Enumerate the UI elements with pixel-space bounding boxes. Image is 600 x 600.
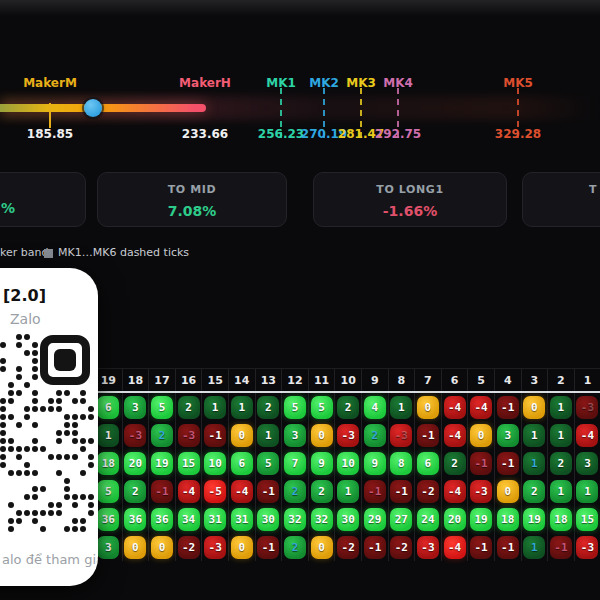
heatmap-column-header: 9 <box>361 369 388 391</box>
qr-dot <box>8 502 14 508</box>
qr-dot <box>64 422 70 428</box>
heatmap-cell: 2 <box>148 421 175 449</box>
heatmap-pill: -1 <box>497 396 519 419</box>
heatmap-cell: 30 <box>255 505 282 533</box>
heatmap-cell: 0 <box>467 421 494 449</box>
heatmap-pill: -1 <box>364 480 386 503</box>
qr-dot <box>64 526 70 532</box>
heatmap-cell: 0 <box>494 477 521 505</box>
heatmap-cell: 2 <box>547 449 574 477</box>
heatmap-cell: 20 <box>122 449 149 477</box>
qr-dot <box>8 382 14 388</box>
qr-dot <box>80 470 86 476</box>
heatmap-pill: 1 <box>550 424 572 447</box>
qr-dot <box>56 430 62 436</box>
heatmap-pill: -3 <box>576 536 598 559</box>
heatmap-cell: -5 <box>201 477 228 505</box>
heatmap-pill: 1 <box>523 424 545 447</box>
stat-card-label: TO MID <box>98 183 286 196</box>
heatmap-row: 6352112552410-4-4-101-3 <box>95 393 600 421</box>
qr-dot <box>56 510 62 516</box>
heatmap-cell: 29 <box>361 505 388 533</box>
heatmap-cell: 0 <box>228 533 255 561</box>
qr-dot <box>24 510 30 516</box>
qr-dot <box>0 398 6 404</box>
heatmap-cell: 1 <box>521 421 548 449</box>
heatmap-column-header-label: 9 <box>371 374 379 387</box>
heatmap-cell: -1 <box>361 477 388 505</box>
heatmap-cell: 31 <box>228 505 255 533</box>
qr-dot <box>0 462 6 468</box>
popup-title: [2.0] <box>3 286 46 305</box>
heatmap-pill: -1 <box>470 452 492 475</box>
heatmap-cell: 5 <box>308 393 335 421</box>
heatmap-pill: -3 <box>204 536 226 559</box>
heatmap-pill: 36 <box>97 508 119 531</box>
heatmap-cell: -1 <box>467 449 494 477</box>
heatmap-cell: 4 <box>361 393 388 421</box>
price-slider-handle[interactable] <box>84 99 102 117</box>
heatmap-pill: 15 <box>178 452 200 475</box>
marker-label-makerh: MakerH <box>179 76 231 90</box>
heatmap-cell: -3 <box>574 393 600 421</box>
qr-dot <box>24 446 30 452</box>
heatmap-cell: 18 <box>547 505 574 533</box>
heatmap-cell: 0 <box>122 533 149 561</box>
qr-dot <box>88 438 94 444</box>
qr-dot <box>24 334 30 340</box>
heatmap-cell: 30 <box>334 505 361 533</box>
heatmap-column-header: 17 <box>148 369 175 391</box>
heatmap-pill: -3 <box>417 536 439 559</box>
heatmap-cell: 0 <box>414 393 441 421</box>
heatmap-cell: 1 <box>547 477 574 505</box>
qr-dot <box>8 398 14 404</box>
heatmap-cell: 10 <box>201 449 228 477</box>
heatmap-pill: 1 <box>390 396 412 419</box>
heatmap-pill: -1 <box>364 536 386 559</box>
marker-label-mk2: MK2 <box>309 76 339 90</box>
heatmap-pill: -3 <box>124 424 146 447</box>
heatmap-cell: -2 <box>334 533 361 561</box>
qr-dot <box>72 398 78 404</box>
qr-dot <box>16 518 22 524</box>
heatmap-pill: -2 <box>178 536 200 559</box>
heatmap-pill: 5 <box>97 480 119 503</box>
qr-dot <box>64 494 70 500</box>
trading-dashboard: MakerM185.85MakerH233.66MK1256.23MK2270.… <box>0 0 600 600</box>
heatmap-cell: 19 <box>467 505 494 533</box>
heatmap-pill: 0 <box>231 536 253 559</box>
marker-value: 292.75 <box>375 127 421 141</box>
heatmap-column-header-label: 7 <box>424 374 432 387</box>
qr-dot <box>64 454 70 460</box>
heatmap-cell: 6 <box>95 393 122 421</box>
qr-dot <box>72 494 78 500</box>
heatmap-cell: 27 <box>388 505 415 533</box>
heatmap-cell: 2 <box>441 449 468 477</box>
heatmap-column-header: 19 <box>95 369 122 391</box>
heatmap-column-header-label: 19 <box>101 374 116 387</box>
legend-item-maker-band: ker band <box>0 246 48 259</box>
heatmap-pill: 19 <box>470 508 492 531</box>
qr-dot <box>16 334 22 340</box>
qr-dot <box>16 422 22 428</box>
heatmap-pill: 18 <box>550 508 572 531</box>
heatmap-cell: -1 <box>414 421 441 449</box>
heatmap-pill: -4 <box>444 396 466 419</box>
heatmap-column-header: 15 <box>201 369 228 391</box>
heatmap-pill: -1 <box>151 480 173 503</box>
heatmap-column-header-label: 3 <box>530 374 538 387</box>
heatmap-pill: 2 <box>284 480 306 503</box>
heatmap-cell: -3 <box>574 533 600 561</box>
heatmap-cell: 0 <box>308 533 335 561</box>
heatmap-cell: 19 <box>521 505 548 533</box>
heatmap-cell: -3 <box>201 533 228 561</box>
zalo-qr-popup: [2.0] Zalo alo để tham gia <box>0 268 98 586</box>
chart-legend: ker band MK1…MK6 dashed ticks <box>0 245 600 261</box>
heatmap-cell: -1 <box>148 477 175 505</box>
price-band-track <box>0 104 206 112</box>
stat-card-to-mid: TO MID 7.08% <box>97 172 287 227</box>
qr-dot <box>32 518 38 524</box>
heatmap-cell: -2 <box>175 533 202 561</box>
stat-card-value-fragment: % <box>1 200 15 216</box>
heatmap-pill: 5 <box>311 396 333 419</box>
